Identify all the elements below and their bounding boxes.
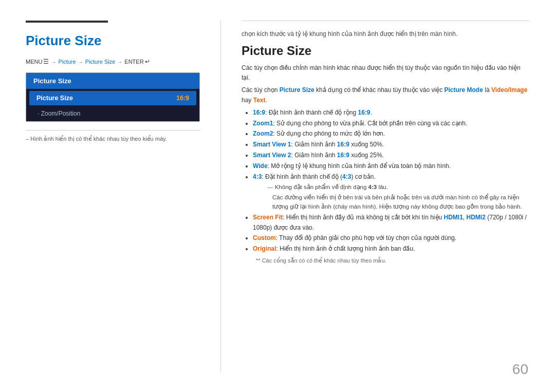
menu-path: MENU ☰ → Picture → Picture Size → ENTER … [26,58,200,65]
menu-item-picture-size[interactable]: Picture Size 16:9 [29,91,196,105]
para2-mid: khả dụng có thể khác nhau tùy thuộc vào … [314,86,445,94]
para2-end: . [265,97,267,104]
page-title-left: Picture Size [26,33,200,49]
menu-label: MENU [26,59,42,65]
para2-picture-mode: Picture Mode [445,86,483,94]
menu-picture-size: Picture Size [85,59,116,65]
footnote: Các cổng sẵn có có thể khác nhau tùy the… [242,257,529,264]
list-item-smartview2: Smart View 2: Giảm hình ảnh 16:9 xuống 2… [253,151,529,161]
list-item-zoom1: Zoom1: Sử dụng cho phóng to vừa phải. Cắ… [253,119,529,129]
list-item-zoom2: Zoom2: Sử dụng cho phóng to mức độ lớn h… [253,129,529,139]
arrow2: → [78,59,83,65]
para2-picture-size: Picture Size [280,86,314,94]
top-bar-left [26,21,108,23]
arrow1: → [51,59,56,65]
list-item-169: 16:9: Đặt hình ảnh thành chế độ rộng 16:… [253,108,529,118]
menu-picture: Picture [58,59,76,65]
menu-enter: ENTER [124,59,143,65]
menu-box: Picture Size Picture Size 16:9 Zoom/Posi… [26,72,200,122]
page-number: 60 [512,361,528,378]
enter-icon: ↵ [145,58,150,65]
para2-text: Text [253,97,266,104]
para2-prefix: Các tùy chọn [242,86,280,94]
top-bar-right [242,21,529,21]
subnote-43-2: Các đường viền hiển thị ở bên trái và bê… [253,193,529,212]
bullet-list: 16:9: Đặt hình ảnh thành chế độ rộng 16:… [242,108,529,254]
para2-mid3: hay [242,97,253,104]
arrow3: → [117,59,122,65]
right-column: chọn kích thước và tỷ lệ khung hình của … [221,21,529,371]
list-item-smartview1: Smart View 1: Giảm hình ảnh 16:9 xuống 5… [253,140,529,150]
list-item-43: 4:3: Đặt hình ảnh thành chế độ (4:3) cơ … [253,172,529,212]
selected-item-label: Picture Size [36,95,73,102]
divider [26,130,200,130]
menu-item-zoom[interactable]: Zoom/Position [26,107,199,121]
left-column: Picture Size MENU ☰ → Picture → Picture … [26,21,221,371]
list-item-original: Original: Hiển thị hình ảnh ở chất lượng… [253,244,529,254]
list-item-custom: Custom: Thay đổi độ phân giải cho phù hợ… [253,233,529,244]
list-item-screenfit: Screen Fit: Hiển thị hình ảnh đầy đủ mà … [253,213,529,233]
para1: Các tùy chọn điều chỉnh màn hình khác nh… [242,63,529,83]
subnote-43-1: Không đặt sản phẩm về định dạng 4:3 lâu. [253,183,529,192]
para2-video: Video/Image [491,86,527,94]
para2: Các tùy chọn Picture Size khả dụng có th… [242,85,529,105]
page-title-right: Picture Size [242,44,529,58]
intro-text: chọn kích thước và tỷ lệ khung hình của … [242,29,529,39]
para2-mid2: là [483,86,491,94]
menu-header: Picture Size [26,73,199,89]
menu-icon: ☰ [43,58,49,65]
selected-item-value: 16:9 [176,95,189,102]
list-item-wide: Wide: Mở rộng tỷ lệ khung hình của hình … [253,161,529,172]
left-note: Hình ảnh hiển thị có thể khác nhau tùy t… [26,136,200,142]
